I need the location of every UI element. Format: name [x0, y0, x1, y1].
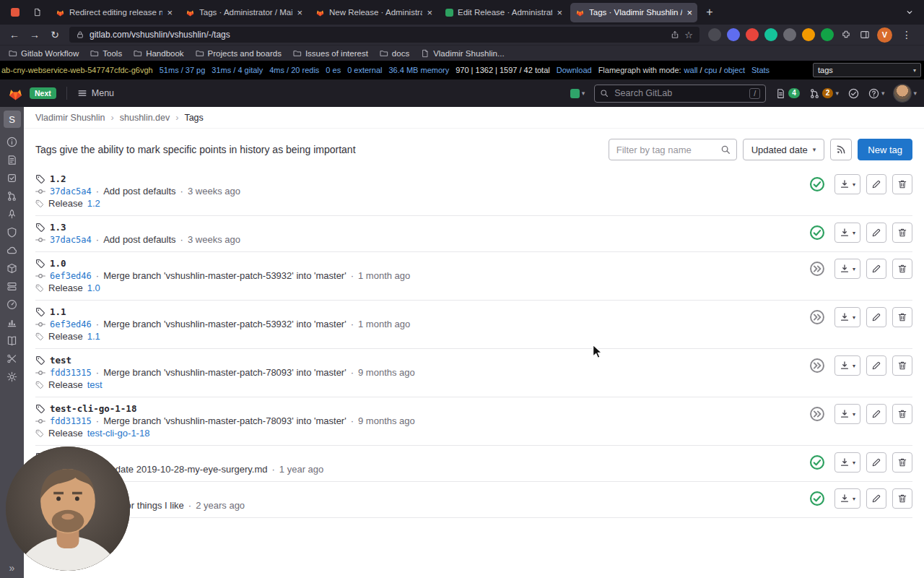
rss-button[interactable] [830, 139, 852, 160]
sort-dropdown[interactable]: Updated date ▾ [743, 139, 825, 160]
pinned-tab-1[interactable] [6, 3, 25, 22]
sidebar-item-wiki[interactable] [6, 332, 17, 350]
merge-requests-button[interactable]: 2 ▾ [809, 88, 839, 99]
download-button[interactable]: ▾ [834, 223, 860, 243]
list-all-tabs-button[interactable] [901, 4, 918, 21]
perf-metric[interactable]: 4ms / 20 redis [269, 66, 319, 74]
pipeline-status-skipped-icon[interactable] [809, 355, 825, 376]
pipeline-status-success-icon[interactable] [809, 174, 825, 194]
sidebar-item-ci-cd[interactable] [6, 205, 17, 223]
download-button[interactable]: ▾ [834, 488, 860, 509]
perf-metric[interactable]: 31ms / 4 gitaly [212, 66, 263, 74]
perf-metric[interactable]: 0 external [347, 66, 382, 74]
bookmark-star-icon[interactable]: ☆ [684, 30, 693, 40]
browser-profile-avatar[interactable]: V [877, 27, 892, 43]
sidebar-item-analytics[interactable] [6, 314, 17, 332]
browser-sidebar-icon[interactable] [858, 28, 871, 41]
delete-tag-button[interactable] [892, 307, 912, 327]
reload-button[interactable]: ↻ [46, 27, 64, 43]
pipeline-status-success-icon[interactable] [809, 223, 825, 243]
sidebar-item-merge-requests[interactable] [6, 187, 17, 205]
sidebar-item-deployments[interactable] [6, 241, 17, 259]
download-button[interactable]: ▾ [834, 355, 860, 376]
pipeline-status-skipped-icon[interactable] [809, 259, 825, 279]
sidebar-item-security-compliance[interactable] [6, 223, 17, 241]
perf-download-link[interactable]: Download [557, 66, 592, 74]
share-icon[interactable] [671, 30, 679, 39]
download-button[interactable]: ▾ [834, 404, 860, 424]
download-button[interactable]: ▾ [834, 259, 860, 279]
sidebar-item-project-information[interactable] [6, 133, 17, 151]
extension-icon-3[interactable] [746, 28, 759, 41]
breadcrumb-item[interactable]: Tags [184, 113, 203, 123]
edit-tag-button[interactable] [866, 452, 886, 473]
commit-sha-link[interactable]: 37dac5a4 [50, 234, 92, 246]
sidebar-item-repository[interactable] [6, 151, 17, 169]
commit-sha-link[interactable]: 6ef3ed46 [50, 319, 92, 330]
new-tag-button[interactable]: New tag [858, 139, 912, 160]
commit-sha-link[interactable]: fdd31315 [50, 367, 92, 379]
extension-icon-7[interactable] [821, 28, 834, 41]
gitlab-logo[interactable] [7, 85, 24, 102]
request-selector[interactable]: tags ▾ [813, 63, 921, 77]
delete-tag-button[interactable] [892, 259, 912, 279]
release-link[interactable]: test [87, 379, 103, 391]
menu-button[interactable]: Menu [77, 88, 114, 98]
browser-tab[interactable]: Tags · Administrator / Main · Gi× [180, 3, 308, 22]
perf-stats-link[interactable]: Stats [751, 66, 770, 74]
bookmark-item[interactable]: Issues of interest [293, 49, 368, 58]
bookmark-item[interactable]: docs [380, 49, 409, 58]
flamegraph-mode-wall[interactable]: wall [684, 66, 698, 74]
pipeline-status-success-icon[interactable] [809, 452, 825, 473]
release-link[interactable]: 1.2 [87, 198, 100, 210]
edit-tag-button[interactable] [866, 223, 886, 243]
address-bar[interactable]: gitlab.com/vshushlin/vshushlin/-/tags ☆ [69, 27, 699, 43]
flamegraph-mode-object[interactable]: object [724, 66, 745, 74]
forward-button[interactable]: → [26, 27, 43, 43]
release-link[interactable]: test-cli-go-1-18 [87, 428, 150, 439]
sidebar-item-packages-registries[interactable] [6, 259, 17, 277]
sidebar-item-infrastructure[interactable] [6, 277, 17, 296]
bookmark-item[interactable]: Vladimir Shushlin... [421, 49, 504, 58]
browser-tab[interactable]: Redirect editing release notes× [51, 3, 178, 22]
tab-close-icon[interactable]: × [557, 7, 562, 18]
extension-icon-6[interactable] [802, 28, 815, 41]
environment-indicator[interactable]: ▾ [570, 89, 585, 98]
tab-close-icon[interactable]: × [297, 7, 302, 18]
search-input[interactable] [613, 87, 745, 99]
browser-tab[interactable]: Tags · Vladimir Shushlin / shus× [570, 3, 697, 22]
perf-metric[interactable]: 36.4 MB memory [388, 66, 449, 74]
commit-sha-link[interactable]: 6ef3ed46 [50, 270, 92, 282]
sidebar-item-monitor[interactable] [6, 296, 17, 314]
search-box[interactable]: / [594, 85, 766, 103]
help-button[interactable]: ▾ [868, 88, 885, 99]
filter-input[interactable] [609, 139, 737, 160]
delete-tag-button[interactable] [892, 223, 912, 243]
release-link[interactable]: 1.0 [87, 282, 100, 294]
perf-metric[interactable]: 0 es [326, 66, 341, 74]
browser-tab[interactable]: Edit Release · Administrator / M× [440, 3, 567, 22]
pipeline-status-skipped-icon[interactable] [809, 404, 825, 424]
commit-sha-link[interactable]: 37dac5a4 [50, 186, 92, 197]
download-button[interactable]: ▾ [834, 307, 860, 327]
tab-close-icon[interactable]: × [167, 7, 173, 18]
tab-close-icon[interactable]: × [427, 7, 432, 18]
extension-icon-1[interactable] [708, 28, 721, 41]
pipeline-status-success-icon[interactable] [809, 488, 825, 509]
user-menu[interactable]: ▾ [894, 85, 917, 102]
extensions-puzzle-icon[interactable] [840, 28, 853, 41]
edit-tag-button[interactable] [866, 174, 886, 194]
delete-tag-button[interactable] [892, 488, 912, 509]
tab-close-icon[interactable]: × [687, 7, 692, 18]
sidebar-item-snippets[interactable] [6, 350, 17, 368]
back-button[interactable]: ← [6, 27, 23, 43]
edit-tag-button[interactable] [866, 355, 886, 376]
issues-button[interactable]: 4 [775, 88, 800, 99]
sidebar-item-settings[interactable] [6, 368, 17, 386]
download-button[interactable]: ▾ [834, 452, 860, 473]
delete-tag-button[interactable] [892, 355, 912, 376]
pipeline-status-skipped-icon[interactable] [809, 307, 825, 327]
todos-button[interactable] [848, 88, 859, 99]
edit-tag-button[interactable] [866, 488, 886, 509]
extension-icon-2[interactable] [727, 28, 740, 41]
